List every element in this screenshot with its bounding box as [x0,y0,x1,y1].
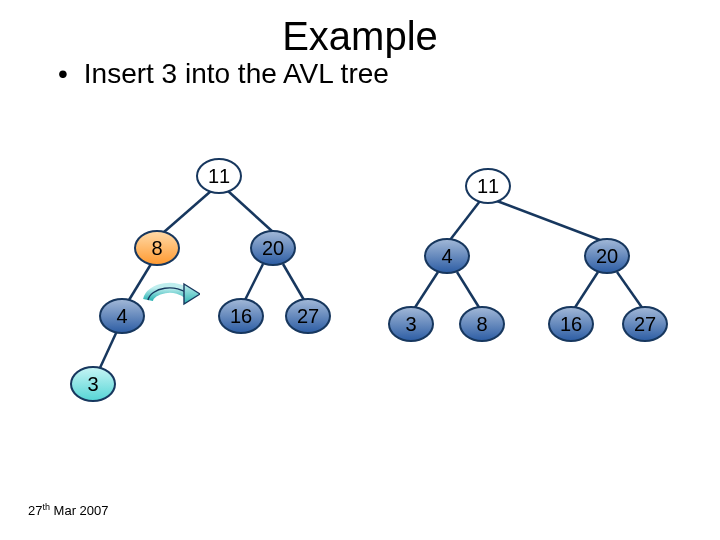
svg-line-0 [164,191,211,232]
footer-day: 27 [28,503,42,518]
svg-line-4 [283,264,304,300]
left-node-11: 11 [196,158,242,194]
left-node-4: 4 [99,298,145,334]
svg-line-6 [450,201,480,240]
diagram-stage: 11 8 20 4 16 27 3 11 4 20 3 8 16 27 [0,0,720,540]
left-node-27: 27 [285,298,331,334]
rotation-arrow-icon [140,280,200,314]
svg-line-3 [245,264,263,300]
svg-line-5 [99,331,117,370]
svg-marker-12 [184,284,200,304]
left-node-3: 3 [70,366,116,402]
right-node-27: 27 [622,306,668,342]
right-node-3: 3 [388,306,434,342]
svg-line-11 [617,272,643,309]
footer-ordinal: th [42,502,50,512]
right-node-11: 11 [465,168,511,204]
right-node-20: 20 [584,238,630,274]
svg-line-1 [228,191,273,232]
svg-line-9 [457,272,480,309]
left-node-8: 8 [134,230,180,266]
right-node-4: 4 [424,238,470,274]
right-node-8: 8 [459,306,505,342]
left-node-20: 20 [250,230,296,266]
left-node-16: 16 [218,298,264,334]
svg-line-10 [574,272,598,309]
svg-line-7 [497,201,600,240]
right-node-16: 16 [548,306,594,342]
footer-date: 27th Mar 2007 [28,502,109,518]
footer-rest: Mar 2007 [50,503,109,518]
svg-line-8 [414,272,438,309]
